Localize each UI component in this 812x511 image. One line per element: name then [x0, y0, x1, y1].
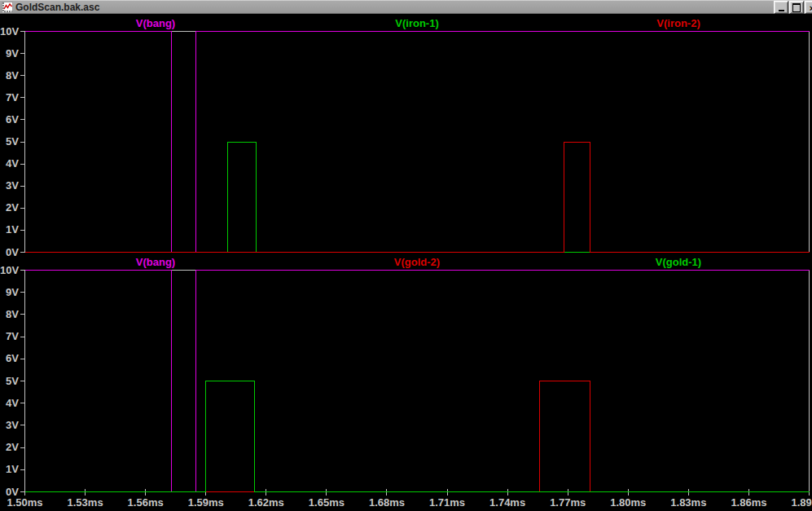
maximize-icon [792, 3, 801, 12]
trace-v-bang- [25, 271, 810, 492]
trace-label-v-bang-[interactable]: V(bang) [99, 256, 213, 268]
maximize-button[interactable] [789, 1, 804, 14]
close-button[interactable]: × [805, 1, 812, 14]
trace-label-v-gold-2-[interactable]: V(gold-2) [360, 256, 474, 268]
waveform-chart-icon [2, 2, 13, 13]
waveform-viewer-window: GoldScan.bak.asc × 10V9V8V7V6V5V4V3V2V1V… [0, 0, 812, 511]
window-title: GoldScan.bak.asc [15, 2, 774, 13]
trace-v-gold-1- [25, 381, 810, 492]
minimize-button[interactable] [774, 1, 788, 14]
trace-v-iron-1- [25, 142, 810, 253]
trace-label-v-iron-1-[interactable]: V(iron-1) [360, 17, 474, 29]
trace-v-iron-2- [25, 142, 810, 253]
trace-label-v-gold-1-[interactable]: V(gold-1) [621, 256, 735, 268]
titlebar[interactable]: GoldScan.bak.asc × [0, 0, 812, 14]
pane-border-top [25, 32, 810, 253]
trace-v-bang- [25, 32, 810, 253]
pane-border-bottom [25, 271, 810, 492]
window-controls: × [774, 1, 812, 14]
minimize-icon [779, 10, 784, 11]
trace-label-v-iron-2-[interactable]: V(iron-2) [621, 17, 735, 29]
trace-label-v-bang-[interactable]: V(bang) [99, 17, 213, 29]
trace-v-gold-2- [25, 381, 810, 492]
